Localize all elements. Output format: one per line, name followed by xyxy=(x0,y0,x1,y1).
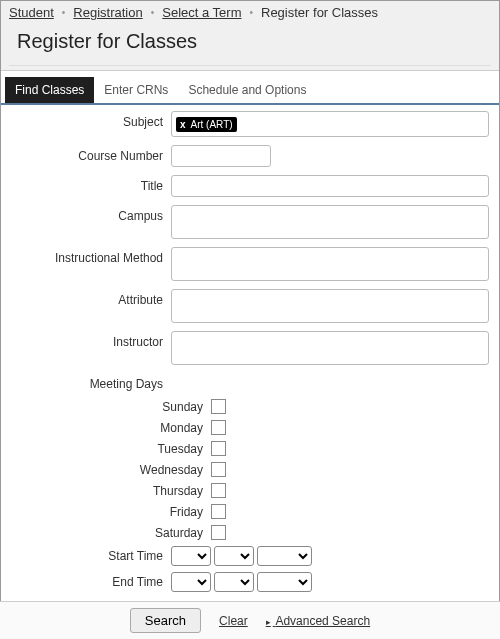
end-time-ampm[interactable] xyxy=(257,572,312,592)
breadcrumb-separator: • xyxy=(151,7,155,18)
label-start-time: Start Time xyxy=(11,549,171,563)
breadcrumb-separator: • xyxy=(62,7,66,18)
instructor-input[interactable] xyxy=(171,331,489,365)
campus-input[interactable] xyxy=(171,205,489,239)
attribute-input[interactable] xyxy=(171,289,489,323)
footer-bar: Search Clear ▸ Advanced Search xyxy=(0,601,500,639)
checkbox-sunday[interactable] xyxy=(211,399,226,414)
label-campus: Campus xyxy=(11,205,171,223)
label-tuesday: Tuesday xyxy=(11,442,211,456)
end-time-minute[interactable] xyxy=(214,572,254,592)
breadcrumb-registration[interactable]: Registration xyxy=(73,5,142,20)
label-wednesday: Wednesday xyxy=(11,463,211,477)
label-instructor: Instructor xyxy=(11,331,171,349)
start-time-hour[interactable] xyxy=(171,546,211,566)
title-input[interactable] xyxy=(171,175,489,197)
advanced-search-label: Advanced Search xyxy=(275,614,370,628)
breadcrumb-separator: • xyxy=(249,7,253,18)
page-title: Register for Classes xyxy=(9,20,491,66)
label-title: Title xyxy=(11,175,171,193)
checkbox-friday[interactable] xyxy=(211,504,226,519)
label-monday: Monday xyxy=(11,421,211,435)
breadcrumb-student[interactable]: Student xyxy=(9,5,54,20)
tab-bar: Find Classes Enter CRNs Schedule and Opt… xyxy=(1,77,499,105)
advanced-search-link[interactable]: ▸ Advanced Search xyxy=(266,614,370,628)
label-subject: Subject xyxy=(11,111,171,129)
subject-tag-art: x Art (ART) xyxy=(176,117,237,132)
breadcrumb-select-term[interactable]: Select a Term xyxy=(162,5,241,20)
remove-tag-icon[interactable]: x xyxy=(178,119,188,130)
label-attribute: Attribute xyxy=(11,289,171,307)
tab-enter-crns[interactable]: Enter CRNs xyxy=(94,77,178,103)
label-saturday: Saturday xyxy=(11,526,211,540)
subject-tag-label: Art (ART) xyxy=(191,119,233,130)
label-course-number: Course Number xyxy=(11,145,171,163)
start-time-ampm[interactable] xyxy=(257,546,312,566)
checkbox-tuesday[interactable] xyxy=(211,441,226,456)
breadcrumb-current: Register for Classes xyxy=(261,5,378,20)
label-end-time: End Time xyxy=(11,575,171,589)
label-meeting-days: Meeting Days xyxy=(11,373,171,391)
search-button[interactable]: Search xyxy=(130,608,201,633)
tab-find-classes[interactable]: Find Classes xyxy=(5,77,94,103)
instructional-method-input[interactable] xyxy=(171,247,489,281)
label-sunday: Sunday xyxy=(11,400,211,414)
start-time-minute[interactable] xyxy=(214,546,254,566)
checkbox-saturday[interactable] xyxy=(211,525,226,540)
checkbox-thursday[interactable] xyxy=(211,483,226,498)
clear-link[interactable]: Clear xyxy=(219,614,248,628)
checkbox-wednesday[interactable] xyxy=(211,462,226,477)
breadcrumb: Student • Registration • Select a Term •… xyxy=(9,5,491,20)
tab-schedule-options[interactable]: Schedule and Options xyxy=(178,77,316,103)
label-friday: Friday xyxy=(11,505,211,519)
caret-right-icon: ▸ xyxy=(266,617,271,627)
checkbox-monday[interactable] xyxy=(211,420,226,435)
label-instructional-method: Instructional Method xyxy=(11,247,171,265)
label-thursday: Thursday xyxy=(11,484,211,498)
course-number-input[interactable] xyxy=(171,145,271,167)
subject-input[interactable]: x Art (ART) xyxy=(171,111,489,137)
end-time-hour[interactable] xyxy=(171,572,211,592)
